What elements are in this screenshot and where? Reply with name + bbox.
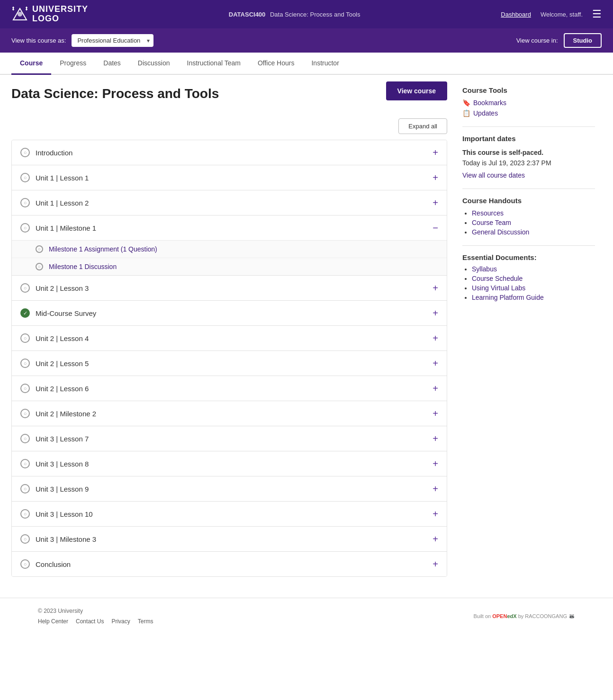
essential-doc-virtual-labs-link[interactable]: Using Virtual Labs bbox=[472, 284, 525, 292]
footer-copyright: © 2023 University bbox=[38, 608, 153, 614]
footer: © 2023 University Help Center Contact Us… bbox=[0, 598, 613, 634]
accordion-label-u1l1: Unit 1 | Lesson 1 bbox=[36, 174, 427, 182]
accordion-header-introduction[interactable]: ○ Introduction + bbox=[12, 140, 447, 165]
check-icon-u3l8: ○ bbox=[20, 459, 30, 468]
accordion-header-u3l8[interactable]: ○ Unit 3 | Lesson 8 + bbox=[12, 451, 447, 476]
accordion-toggle-u3l7[interactable]: + bbox=[433, 434, 438, 443]
accordion-header-u1m1[interactable]: ○ Unit 1 | Milestone 1 − bbox=[12, 215, 447, 240]
accordion-header-u2l4[interactable]: ○ Unit 2 | Lesson 4 + bbox=[12, 326, 447, 350]
accordion-label-u2l4: Unit 2 | Lesson 4 bbox=[36, 334, 427, 342]
accordion-toggle-u3l10[interactable]: + bbox=[433, 509, 438, 519]
accordion-header-u1l2[interactable]: ○ Unit 1 | Lesson 2 + bbox=[12, 190, 447, 215]
accordion-label-u2m2: Unit 2 | Milestone 2 bbox=[36, 410, 427, 418]
course-title-header: DATASCI400 Data Science: Process and Too… bbox=[88, 11, 501, 18]
tab-office-hours[interactable]: Office Hours bbox=[249, 53, 303, 75]
accordion-item-u1m1: ○ Unit 1 | Milestone 1 − ○ Milestone 1 A… bbox=[12, 215, 447, 276]
accordion-toggle-u2l6[interactable]: + bbox=[433, 384, 438, 393]
tab-instructor[interactable]: Instructor bbox=[303, 53, 347, 75]
handouts-list: Resources Course Team General Discussion bbox=[462, 209, 595, 236]
view-all-dates-link[interactable]: View all course dates bbox=[462, 171, 525, 179]
hamburger-icon[interactable]: ☰ bbox=[592, 8, 602, 20]
essential-doc-platform-guide-link[interactable]: Learning Platform Guide bbox=[472, 294, 544, 301]
accordion-header-u3l7[interactable]: ○ Unit 3 | Lesson 7 + bbox=[12, 426, 447, 451]
tab-instructional-team[interactable]: Instructional Team bbox=[179, 53, 249, 75]
accordion-item-conclusion: ○ Conclusion + bbox=[12, 552, 447, 576]
studio-button[interactable]: Studio bbox=[564, 33, 602, 48]
tab-progress[interactable]: Progress bbox=[51, 53, 95, 75]
essential-doc-syllabus-link[interactable]: Syllabus bbox=[472, 265, 497, 273]
handout-general-discussion: General Discussion bbox=[472, 228, 595, 236]
accordion-header-midsurvey[interactable]: ✓ Mid-Course Survey + bbox=[12, 301, 447, 325]
accordion-header-u2m2[interactable]: ○ Unit 2 | Milestone 2 + bbox=[12, 401, 447, 426]
important-dates-section: Important dates This course is self-pace… bbox=[462, 135, 595, 179]
tab-dates[interactable]: Dates bbox=[95, 53, 129, 75]
accordion-header-u2l6[interactable]: ○ Unit 2 | Lesson 6 + bbox=[12, 376, 447, 401]
accordion-item-u2m2: ○ Unit 2 | Milestone 2 + bbox=[12, 401, 447, 426]
course-tools-title: Course Tools bbox=[462, 86, 595, 94]
course-handouts-section: Course Handouts Resources Course Team Ge… bbox=[462, 197, 595, 236]
bookmarks-label: Bookmarks bbox=[473, 99, 506, 107]
accordion-item-u1l2: ○ Unit 1 | Lesson 2 + bbox=[12, 190, 447, 215]
accordion-item-u1l1: ○ Unit 1 | Lesson 1 + bbox=[12, 165, 447, 190]
accordion-toggle-u3m3[interactable]: + bbox=[433, 534, 438, 544]
accordion-toggle-conclusion[interactable]: + bbox=[433, 559, 438, 569]
essential-docs-title: Essential Documents: bbox=[462, 253, 595, 261]
footer-privacy[interactable]: Privacy bbox=[111, 618, 130, 625]
footer-terms[interactable]: Terms bbox=[138, 618, 153, 625]
footer-links: Help Center Contact Us Privacy Terms bbox=[38, 618, 153, 625]
accordion-toggle-midsurvey[interactable]: + bbox=[433, 308, 438, 318]
dashboard-link[interactable]: Dashboard bbox=[501, 11, 531, 18]
accordion-header-u3m3[interactable]: ○ Unit 3 | Milestone 3 + bbox=[12, 527, 447, 551]
accordion-toggle-u1m1[interactable]: − bbox=[433, 223, 438, 233]
handout-resources-link[interactable]: Resources bbox=[472, 209, 504, 217]
accordion-item-u2l6: ○ Unit 2 | Lesson 6 + bbox=[12, 376, 447, 401]
accordion-item-u2l3: ○ Unit 2 | Lesson 3 + bbox=[12, 276, 447, 301]
accordion-header-u2l3[interactable]: ○ Unit 2 | Lesson 3 + bbox=[12, 276, 447, 300]
accordion-toggle-u3l8[interactable]: + bbox=[433, 459, 438, 468]
essential-doc-schedule-link[interactable]: Course Schedule bbox=[472, 275, 523, 282]
accordion-header-u2l5[interactable]: ○ Unit 2 | Lesson 5 + bbox=[12, 351, 447, 376]
accordion-item-u3l9: ○ Unit 3 | Lesson 9 + bbox=[12, 476, 447, 502]
view-course-button[interactable]: View course bbox=[386, 81, 447, 100]
accordion-label-u3l9: Unit 3 | Lesson 9 bbox=[36, 485, 427, 493]
expand-all-button[interactable]: Expand all bbox=[398, 118, 447, 134]
accordion-item-u2l5: ○ Unit 2 | Lesson 5 + bbox=[12, 351, 447, 376]
accordion-label-u2l3: Unit 2 | Lesson 3 bbox=[36, 284, 427, 292]
handout-course-team-link[interactable]: Course Team bbox=[472, 219, 511, 226]
accordion-toggle-introduction[interactable]: + bbox=[433, 148, 438, 157]
accordion-toggle-u2l4[interactable]: + bbox=[433, 333, 438, 343]
accordion-toggle-u2l3[interactable]: + bbox=[433, 283, 438, 293]
bookmark-icon: 🔖 bbox=[462, 99, 470, 107]
tab-course[interactable]: Course bbox=[11, 53, 51, 75]
date-label: Today is Jul 19, 2023 2:37 PM bbox=[462, 159, 551, 167]
accordion-toggle-u2m2[interactable]: + bbox=[433, 409, 438, 418]
accordion-header-u1l1[interactable]: ○ Unit 1 | Lesson 1 + bbox=[12, 165, 447, 190]
bookmarks-link[interactable]: 🔖 Bookmarks bbox=[462, 99, 595, 107]
tab-discussion[interactable]: Discussion bbox=[129, 53, 179, 75]
accordion-header-u3l9[interactable]: ○ Unit 3 | Lesson 9 + bbox=[12, 476, 447, 501]
handout-general-discussion-link[interactable]: General Discussion bbox=[472, 228, 529, 236]
footer-contact-us[interactable]: Contact Us bbox=[76, 618, 104, 625]
view-as-dropdown[interactable]: Professional Education Audit Verified bbox=[72, 34, 153, 47]
accordion-header-u3l10[interactable]: ○ Unit 3 | Lesson 10 + bbox=[12, 502, 447, 526]
view-dropdown-wrapper: Professional Education Audit Verified bbox=[72, 34, 153, 47]
updates-label: Updates bbox=[473, 109, 498, 117]
footer-help-center[interactable]: Help Center bbox=[38, 618, 68, 625]
handout-resources: Resources bbox=[472, 209, 595, 217]
accordion-label-u3m3: Unit 3 | Milestone 3 bbox=[36, 535, 427, 543]
milestone1-assignment-link[interactable]: Milestone 1 Assignment (1 Question) bbox=[49, 245, 157, 253]
expand-all-row: Expand all bbox=[11, 118, 447, 134]
check-icon-u2l5: ○ bbox=[20, 359, 30, 368]
accordion-header-conclusion[interactable]: ○ Conclusion + bbox=[12, 552, 447, 576]
check-icon-u2m2: ○ bbox=[20, 409, 30, 418]
accordion-toggle-u1l1[interactable]: + bbox=[433, 173, 438, 182]
updates-link[interactable]: 📋 Updates bbox=[462, 109, 595, 117]
accordion-toggle-u2l5[interactable]: + bbox=[433, 359, 438, 368]
accordion-toggle-u1l2[interactable]: + bbox=[433, 198, 438, 207]
accordion-toggle-u3l9[interactable]: + bbox=[433, 484, 438, 494]
important-dates-title: Important dates bbox=[462, 135, 595, 143]
course-tools-section: Course Tools 🔖 Bookmarks 📋 Updates bbox=[462, 86, 595, 117]
accordion-label-u3l10: Unit 3 | Lesson 10 bbox=[36, 510, 427, 518]
milestone1-discussion-link[interactable]: Milestone 1 Discussion bbox=[49, 263, 117, 270]
view-as-label: View this course as: bbox=[11, 37, 66, 44]
